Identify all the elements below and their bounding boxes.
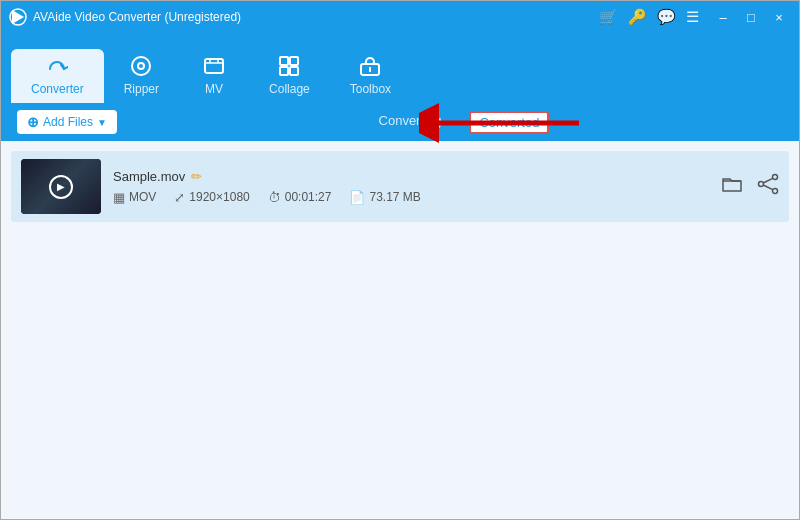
toolbox-label: Toolbox <box>350 83 391 95</box>
share-button[interactable] <box>757 173 779 200</box>
cart-icon[interactable]: 🛒 <box>599 8 618 26</box>
app-icon <box>9 8 27 26</box>
open-folder-button[interactable] <box>721 173 743 200</box>
tab-mv[interactable]: MV <box>179 49 249 103</box>
edit-icon[interactable]: ✏ <box>191 169 202 184</box>
tab-collage[interactable]: Collage <box>249 49 330 103</box>
file-name: Sample.mov <box>113 169 185 184</box>
toolbox-icon <box>359 55 381 81</box>
svg-rect-4 <box>205 59 223 73</box>
file-size: 73.17 MB <box>369 190 420 204</box>
file-format: MOV <box>129 190 156 204</box>
file-info: Sample.mov ✏ ▦ MOV ⤢ 1920×1080 ⏱ 00:01:2… <box>113 169 709 205</box>
title-bar: AVAide Video Converter (Unregistered) 🛒 … <box>1 1 799 33</box>
file-name-row: Sample.mov ✏ <box>113 169 709 184</box>
svg-line-20 <box>763 178 773 183</box>
file-row: ▶ Sample.mov ✏ ▦ MOV ⤢ 1920×1080 ⏱ 00:01… <box>11 151 789 222</box>
converting-tab[interactable]: Converting <box>371 111 450 134</box>
tab-ripper[interactable]: Ripper <box>104 49 179 103</box>
file-actions <box>721 173 779 200</box>
resolution-meta: ⤢ 1920×1080 <box>174 190 249 205</box>
resolution-icon: ⤢ <box>174 190 185 205</box>
add-files-label: Add Files <box>43 115 93 129</box>
file-meta: ▦ MOV ⤢ 1920×1080 ⏱ 00:01:27 📄 73.17 MB <box>113 190 709 205</box>
svg-point-3 <box>138 63 144 69</box>
tab-toolbox[interactable]: Toolbox <box>330 49 411 103</box>
duration-meta: ⏱ 00:01:27 <box>268 190 332 205</box>
content-area: ▶ Sample.mov ✏ ▦ MOV ⤢ 1920×1080 ⏱ 00:01… <box>1 141 799 520</box>
mode-tabs: Converting Converted <box>371 111 550 134</box>
svg-line-21 <box>763 185 773 190</box>
svg-rect-9 <box>290 57 298 65</box>
collage-icon <box>278 55 300 81</box>
format-icon: ▦ <box>113 190 125 205</box>
file-resolution: 1920×1080 <box>189 190 249 204</box>
tab-converter[interactable]: Converter <box>11 49 104 103</box>
menu-icon[interactable]: ☰ <box>686 8 699 26</box>
play-button[interactable]: ▶ <box>49 175 73 199</box>
file-thumbnail: ▶ <box>21 159 101 214</box>
size-meta: 📄 73.17 MB <box>349 190 420 205</box>
converter-label: Converter <box>31 83 84 95</box>
mv-icon <box>203 55 225 81</box>
converter-icon <box>46 55 68 81</box>
folder-icon: 📄 <box>349 190 365 205</box>
svg-point-17 <box>773 175 778 180</box>
minimize-button[interactable]: – <box>711 7 735 27</box>
clock-icon: ⏱ <box>268 190 281 205</box>
svg-marker-0 <box>12 10 24 24</box>
mv-label: MV <box>205 83 223 95</box>
window-title: AVAide Video Converter (Unregistered) <box>33 10 599 24</box>
svg-rect-11 <box>290 67 298 75</box>
add-files-button[interactable]: ⊕ Add Files ▼ <box>17 110 117 134</box>
key-icon[interactable]: 🔑 <box>628 8 647 26</box>
maximize-button[interactable]: □ <box>739 7 763 27</box>
dropdown-arrow: ▼ <box>97 117 107 128</box>
nav-bar: Converter Ripper MV <box>1 33 799 103</box>
collage-label: Collage <box>269 83 310 95</box>
svg-point-2 <box>132 57 150 75</box>
close-button[interactable]: × <box>767 7 791 27</box>
toolbar: ⊕ Add Files ▼ Converting Converted <box>1 103 799 141</box>
svg-rect-10 <box>280 67 288 75</box>
ripper-label: Ripper <box>124 83 159 95</box>
file-duration: 00:01:27 <box>285 190 332 204</box>
title-bar-icons: 🛒 🔑 💬 ☰ <box>599 8 699 26</box>
format-meta: ▦ MOV <box>113 190 156 205</box>
window-controls: – □ × <box>711 7 791 27</box>
svg-rect-8 <box>280 57 288 65</box>
converted-tab[interactable]: Converted <box>469 111 549 134</box>
chat-icon[interactable]: 💬 <box>657 8 676 26</box>
ripper-icon <box>130 55 152 81</box>
toolbar-area: ⊕ Add Files ▼ Converting Converted <box>1 103 799 141</box>
svg-point-18 <box>773 189 778 194</box>
plus-icon: ⊕ <box>27 114 39 130</box>
svg-point-19 <box>759 182 764 187</box>
